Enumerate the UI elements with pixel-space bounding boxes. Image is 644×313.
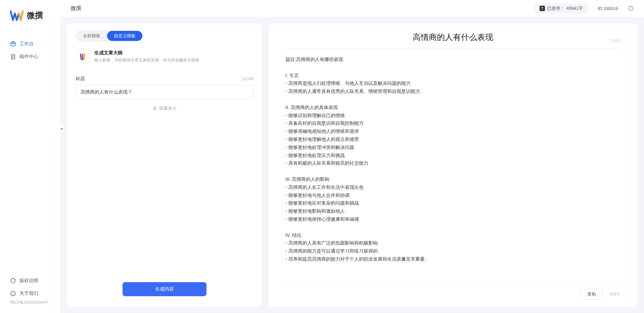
text-badge-icon: T xyxy=(540,6,545,11)
template-desc: 输入标题，为你提供文章主体的灵感，并为其创建推文提纲 xyxy=(94,57,254,63)
icp-text: 鄂ICP备2022016946号 xyxy=(0,300,60,306)
template-info: 生成文章大纲 输入标题，为你提供文章主体的灵感，并为其创建推文提纲 xyxy=(94,50,254,63)
nav-item-drafts[interactable]: 稿件中心 xyxy=(0,50,60,63)
usage-label: 已使用： xyxy=(547,5,564,11)
title-input[interactable] xyxy=(76,85,254,99)
output-title-row: 高情商的人有什么表现 10/100 xyxy=(285,32,620,49)
usage-value: 45641字 xyxy=(566,5,583,11)
nav-items: 工作台 稿件中心 xyxy=(0,34,60,274)
nav-item-workspace[interactable]: 工作台 xyxy=(0,38,60,50)
template-title: 生成文章大纲 xyxy=(94,50,254,56)
logo: 微撰 xyxy=(0,0,60,34)
nav-item-copyright[interactable]: 版权说明 xyxy=(0,274,60,287)
logo-icon xyxy=(10,10,24,21)
template-icon xyxy=(76,50,90,64)
voice-label: 语音录入 xyxy=(159,105,177,111)
logo-text: 微撰 xyxy=(27,10,43,21)
shield-icon xyxy=(10,278,16,284)
tab-switch: 全部模板 自定义模板 xyxy=(76,30,143,42)
power-icon[interactable] xyxy=(628,5,634,11)
title-char-count: 11/100 xyxy=(241,76,254,81)
info-icon xyxy=(10,291,16,297)
nav-label: 稿件中心 xyxy=(19,54,38,60)
generate-button[interactable]: 生成内容 xyxy=(123,282,206,296)
output-body[interactable]: 题目:高情商的人有哪些表现 I. 引言 - 高情商是指人们处理情绪、与他人互动以… xyxy=(285,49,620,284)
svg-rect-3 xyxy=(154,107,155,109)
usage-badge[interactable]: T 已使用： 45641字 xyxy=(535,3,588,13)
breadcrumb: 微撰 xyxy=(71,5,81,12)
top-bar: 微撰 T 已使用： 45641字 ID:100519 xyxy=(60,0,644,17)
tab-custom-template[interactable]: 自定义模板 xyxy=(107,31,142,41)
left-panel: 全部模板 自定义模板 生成文章大纲 输入标题，为你提供文章主体的灵感，并为其创建… xyxy=(67,23,262,306)
top-right: T 已使用： 45641字 ID:100519 xyxy=(535,3,634,13)
copy-button[interactable]: 复制 xyxy=(580,289,603,300)
sidebar: 微撰 工作台 稿件中心 版权说明 xyxy=(0,0,60,313)
user-id: ID:100519 xyxy=(598,6,618,11)
nav-label: 版权说明 xyxy=(19,278,38,284)
right-panel: 高情商的人有什么表现 10/100 题目:高情商的人有哪些表现 I. 引言 - … xyxy=(269,23,637,306)
main-area: 微撰 T 已使用： 45641字 ID:100519 全部模板 xyxy=(60,0,644,313)
nav-label: 关于我们 xyxy=(19,291,38,297)
word-count: 404字 xyxy=(610,292,620,297)
output-footer: 复制 404字 xyxy=(285,284,620,300)
output-counter: 10/100 xyxy=(609,39,620,43)
cube-icon xyxy=(10,41,16,47)
template-card: 生成文章大纲 输入标题，为你提供文章主体的灵感，并为其创建推文提纲 xyxy=(76,50,254,64)
doc-icon xyxy=(10,54,16,60)
nav-label: 工作台 xyxy=(19,41,34,47)
output-title: 高情商的人有什么表现 xyxy=(285,32,620,43)
tab-all-templates[interactable]: 全部模板 xyxy=(76,31,107,41)
sidebar-collapse-button[interactable] xyxy=(59,125,64,133)
voice-input-button[interactable]: 语音录入 xyxy=(76,105,254,111)
title-label: 标题 xyxy=(76,76,85,82)
nav-item-about[interactable]: 关于我们 xyxy=(0,287,60,300)
content-area: 全部模板 自定义模板 生成文章大纲 输入标题，为你提供文章主体的灵感，并为其创建… xyxy=(60,17,644,313)
microphone-icon xyxy=(152,106,157,111)
nav-bottom: 版权说明 关于我们 鄂ICP备2022016946号 xyxy=(0,274,60,313)
form-section: 标题 11/100 语音录入 xyxy=(76,76,254,111)
